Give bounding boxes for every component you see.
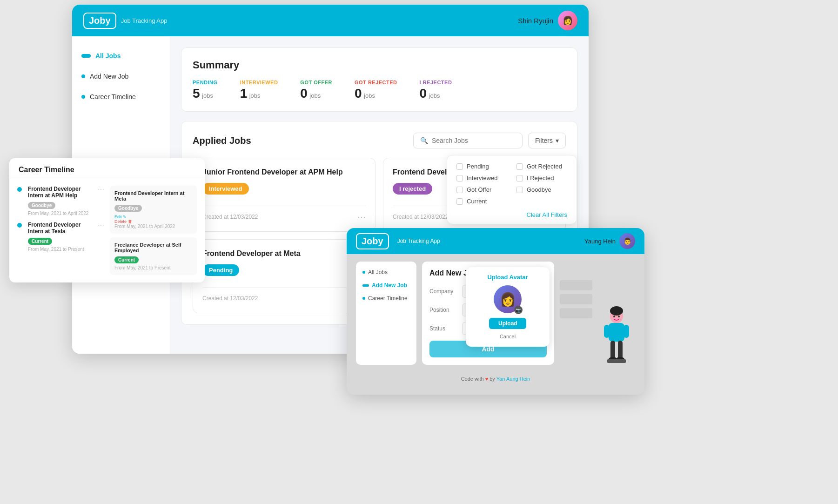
search-filter-row: 🔍 Filters ▾ <box>413 133 566 148</box>
filter-label-pending: Pending <box>467 163 489 170</box>
stat-got-rejected: GOT REJECTED 0 jobs <box>355 80 397 100</box>
svg-rect-6 <box>618 341 623 359</box>
filter-option-current[interactable]: Current <box>456 198 507 205</box>
cancel-upload-button[interactable]: Cancel <box>500 334 516 339</box>
upload-avatar-title: Upload Avatar <box>472 274 543 281</box>
filter-label: Filters <box>535 137 553 144</box>
job-card-1: Junior Frontend Developer at APM Help In… <box>193 158 375 232</box>
job-title-3: Frontend Developer at Meta <box>202 249 366 259</box>
tl-card-title-2: Freelance Developer at Self Employed <box>114 242 193 253</box>
stat-pending-label: PENDING <box>193 80 218 85</box>
aj-nav-add-job-label: Add New Job <box>372 282 407 289</box>
timeline-item-2: Frontend Developer Intern at Tesla Curre… <box>17 222 104 252</box>
filter-checkbox-goodbye[interactable] <box>516 187 523 193</box>
sidebar-dot-career <box>81 95 85 99</box>
job-more-button-1[interactable]: ⋯ <box>357 212 366 222</box>
sidebar-dot-add <box>81 74 85 78</box>
stat-got-rejected-label: GOT REJECTED <box>355 80 397 85</box>
tl-more-2[interactable]: ⋯ <box>98 222 104 252</box>
job-date-1: Created at 12/03/2022 <box>202 214 258 220</box>
filter-option-pending[interactable]: Pending <box>456 163 507 170</box>
summary-title: Summary <box>193 59 566 71</box>
stat-interviewed-label: INTERVIEWED <box>240 80 278 85</box>
girl-illustration <box>600 304 633 365</box>
girl-illustration-container <box>598 262 635 365</box>
aj-nav-add-job[interactable]: Add New Job <box>362 282 410 289</box>
filter-option-goodbye[interactable]: Goodbye <box>516 186 567 193</box>
job-footer-3: Created at 12/03/2022 ⋯ <box>202 287 366 303</box>
stat-got-offer: GOT OFFER 0 jobs <box>300 80 332 100</box>
svg-rect-3 <box>604 325 610 338</box>
tl-card-badge-1: Goodbye <box>114 205 142 212</box>
stat-interviewed: INTERVIEWED 1 jobs <box>240 80 278 100</box>
tl-card-edit-1[interactable]: Edit ✎ <box>114 215 193 219</box>
filter-label-got-rejected: Got Rejected <box>527 163 562 170</box>
stat-i-rejected: I REJECTED 0 jobs <box>420 80 452 100</box>
clear-all-filters-button[interactable]: Clear All Filters <box>456 211 567 218</box>
sidebar-item-career-timeline[interactable]: Career Timeline <box>81 91 161 102</box>
aj-nav-career[interactable]: Career Timeline <box>362 295 410 302</box>
timeline-content-2: Frontend Developer Intern at Tesla Curre… <box>28 222 92 252</box>
search-input[interactable] <box>432 137 516 144</box>
stat-pending-value: 5 <box>193 86 200 101</box>
upload-avatar-preview: 👩 📷 <box>494 285 522 313</box>
job-title-1: Junior Frontend Developer at APM Help <box>202 168 366 177</box>
stat-i-rejected-label: I REJECTED <box>420 80 452 85</box>
filter-checkbox-got-offer[interactable] <box>456 187 463 193</box>
career-timeline-body: Frontend Developer Intern at APM Help Go… <box>9 178 205 282</box>
app-logo: Joby <box>89 15 111 26</box>
heart-icon: ♥ <box>485 376 490 382</box>
stat-i-rejected-sub: jobs <box>429 92 440 99</box>
add-job-avatar: 👨 <box>619 233 635 249</box>
add-job-user-name: Yaung Hein <box>584 238 616 245</box>
svg-rect-5 <box>610 341 615 359</box>
sidebar-label-add-job: Add New Job <box>90 73 128 80</box>
timeline-item-1: Frontend Developer Intern at APM Help Go… <box>17 186 104 216</box>
sidebar-item-add-new-job[interactable]: Add New Job <box>81 71 161 82</box>
applied-jobs-header: Applied Jobs 🔍 Filters ▾ <box>193 133 566 148</box>
timeline-content-1: Frontend Developer Intern at APM Help Go… <box>28 186 92 216</box>
aj-nav-all-jobs[interactable]: All Jobs <box>362 269 410 276</box>
company-label: Company <box>429 288 462 295</box>
career-timeline-header: Career Timeline <box>9 158 205 178</box>
search-icon: 🔍 <box>420 137 428 144</box>
header-right: Shin Ryujin 👩 <box>518 11 577 30</box>
upload-button[interactable]: Upload <box>489 318 526 329</box>
job-date-3: Created at 12/03/2022 <box>202 295 258 302</box>
filter-option-i-rejected[interactable]: I Rejected <box>516 175 567 181</box>
filter-option-got-rejected[interactable]: Got Rejected <box>516 163 567 170</box>
sidebar-item-all-jobs[interactable]: All Jobs <box>81 50 161 61</box>
camera-icon: 📷 <box>514 306 523 314</box>
filter-checkbox-i-rejected[interactable] <box>516 175 523 181</box>
filter-label-interviewed: Interviewed <box>467 175 497 181</box>
svg-rect-2 <box>609 323 624 342</box>
filter-label-goodbye: Goodbye <box>527 186 551 193</box>
job-badge-3: Pending <box>202 264 239 276</box>
filter-label-current: Current <box>467 198 487 205</box>
job-date-2: Created at 12/03/2022 <box>393 214 448 220</box>
tl-card-delete-1[interactable]: Delete 🗑 <box>114 219 193 224</box>
search-box[interactable]: 🔍 <box>413 133 523 148</box>
svg-rect-4 <box>623 325 629 338</box>
summary-stats: PENDING 5 jobs INTERVIEWED 1 jobs GOT OF… <box>193 80 566 100</box>
filter-button[interactable]: Filters ▾ <box>528 133 566 148</box>
stat-got-offer-value: 0 <box>300 86 308 101</box>
summary-card: Summary PENDING 5 jobs INTERVIEWED 1 job… <box>181 47 577 112</box>
add-job-sidebar: All Jobs Add New Job Career Timeline <box>356 262 416 365</box>
stat-got-offer-label: GOT OFFER <box>300 80 332 85</box>
sidebar-label-all-jobs: All Jobs <box>95 52 121 60</box>
filter-checkbox-pending[interactable] <box>456 163 463 170</box>
aj-nav-all-jobs-label: All Jobs <box>368 269 388 276</box>
career-timeline-title: Career Timeline <box>19 166 74 174</box>
filter-option-got-offer[interactable]: Got Offer <box>456 186 507 193</box>
filter-checkbox-current[interactable] <box>456 198 463 205</box>
tl-more-1[interactable]: ⋯ <box>98 186 104 216</box>
filter-checkbox-got-rejected[interactable] <box>516 163 523 170</box>
filter-option-interviewed[interactable]: Interviewed <box>456 175 507 181</box>
stat-got-rejected-sub: jobs <box>364 92 375 99</box>
svg-point-9 <box>613 316 615 317</box>
filter-label-got-offer: Got Offer <box>467 186 491 193</box>
tl-date-1: From May, 2021 to April 2022 <box>28 211 92 216</box>
right-input-group <box>560 280 592 365</box>
filter-checkbox-interviewed[interactable] <box>456 175 463 181</box>
